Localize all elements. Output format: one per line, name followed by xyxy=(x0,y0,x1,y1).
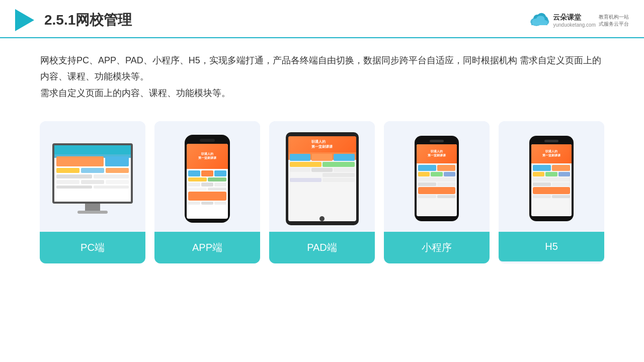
cloud-icon xyxy=(529,12,550,28)
phone-app-icon: 职通人的第一堂刷课课 xyxy=(185,135,230,223)
card-h5-label: H5 xyxy=(499,232,604,261)
logo-triangle-icon xyxy=(15,9,34,31)
card-app: 职通人的第一堂刷课课 xyxy=(154,121,260,263)
card-pc-label: PC端 xyxy=(40,232,145,263)
card-miniprogram: 职通人的第一堂刷课课 xyxy=(384,121,490,263)
cards-container: PC端 职通人的第一堂刷课课 xyxy=(0,111,644,274)
card-pad: 职通人的第一堂刷课课 xyxy=(269,121,375,263)
card-app-label: APP端 xyxy=(154,232,260,263)
brand-logo: 云朵课堂 yunduoketang.com 教育机构一站式服务云平台 xyxy=(529,12,629,28)
card-pc: PC端 xyxy=(40,121,145,263)
phone-miniprogram-icon: 职通人的第一堂刷课课 xyxy=(415,136,459,221)
card-miniprogram-image: 职通人的第一堂刷课课 xyxy=(384,121,490,232)
page-header: 2.5.1网校管理 云朵课堂 yunduoketang.com 教育机构一站式服… xyxy=(0,0,644,38)
brand-slogan: 教育机构一站式服务云平台 xyxy=(599,14,629,28)
pc-monitor-icon xyxy=(52,143,133,214)
card-pad-label: PAD端 xyxy=(269,232,375,263)
card-app-image: 职通人的第一堂刷课课 xyxy=(154,121,260,232)
page-title: 2.5.1网校管理 xyxy=(44,11,132,30)
card-pc-image xyxy=(40,121,145,232)
tablet-pad-icon: 职通人的第一堂刷课课 xyxy=(286,132,359,225)
header-left: 2.5.1网校管理 xyxy=(15,9,132,31)
header-right: 云朵课堂 yunduoketang.com 教育机构一站式服务云平台 xyxy=(529,12,629,28)
page-description: 网校支持PC、APP、PAD、小程序、H5，实现多端打通，产品各终端自由切换，数… xyxy=(0,38,644,106)
card-h5: 职通人的第一堂刷课课 xyxy=(499,121,604,263)
card-h5-image: 职通人的第一堂刷课课 xyxy=(499,121,604,232)
phone-h5-icon: 职通人的第一堂刷课课 xyxy=(529,136,574,221)
brand-name: 云朵课堂 yunduoketang.com xyxy=(553,13,596,28)
card-miniprogram-label: 小程序 xyxy=(384,232,490,263)
card-pad-image: 职通人的第一堂刷课课 xyxy=(269,121,375,232)
